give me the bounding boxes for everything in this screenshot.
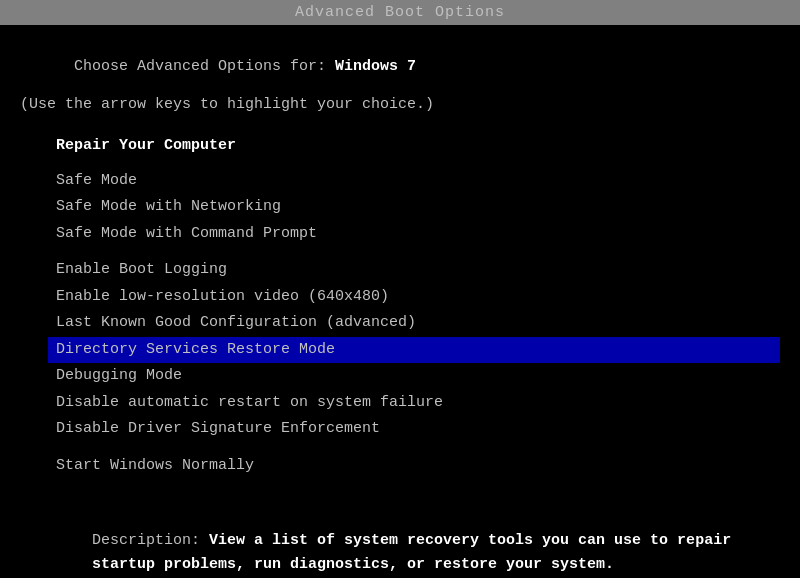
header-line2: (Use the arrow keys to highlight your ch…	[20, 96, 780, 113]
header-prefix: Choose Advanced Options for:	[74, 58, 335, 75]
menu-container: Repair Your ComputerSafe ModeSafe Mode w…	[20, 133, 780, 479]
menu-item-safe-mode[interactable]: Safe Mode	[48, 168, 780, 195]
menu-item-directory-services[interactable]: Directory Services Restore Mode	[48, 337, 780, 364]
menu-item-debugging[interactable]: Debugging Mode	[48, 363, 780, 390]
menu-item-last-known-good[interactable]: Last Known Good Configuration (advanced)	[48, 310, 780, 337]
description-section: Description: View a list of system recov…	[20, 499, 780, 578]
menu-item-disable-restart[interactable]: Disable automatic restart on system fail…	[48, 390, 780, 417]
menu-spacer	[20, 443, 780, 453]
description-line: Description: View a list of system recov…	[20, 505, 780, 578]
menu-item-disable-driver[interactable]: Disable Driver Signature Enforcement	[48, 416, 780, 443]
menu-item-enable-boot-logging[interactable]: Enable Boot Logging	[48, 257, 780, 284]
menu-item-start-normally[interactable]: Start Windows Normally	[48, 453, 780, 480]
header-line1: Choose Advanced Options for: Windows 7	[20, 41, 780, 92]
screen: Advanced Boot Options Choose Advanced Op…	[0, 0, 800, 578]
menu-item-repair[interactable]: Repair Your Computer	[48, 133, 780, 160]
content-area: Choose Advanced Options for: Windows 7 (…	[0, 25, 800, 578]
menu-item-low-resolution[interactable]: Enable low-resolution video (640x480)	[48, 284, 780, 311]
menu-item-safe-mode-networking[interactable]: Safe Mode with Networking	[48, 194, 780, 221]
menu-item-safe-mode-command[interactable]: Safe Mode with Command Prompt	[48, 221, 780, 248]
description-label: Description:	[92, 532, 209, 549]
menu-spacer	[20, 247, 780, 257]
title-bar: Advanced Boot Options	[0, 0, 800, 25]
title-text: Advanced Boot Options	[295, 4, 505, 21]
header-os: Windows 7	[335, 58, 416, 75]
